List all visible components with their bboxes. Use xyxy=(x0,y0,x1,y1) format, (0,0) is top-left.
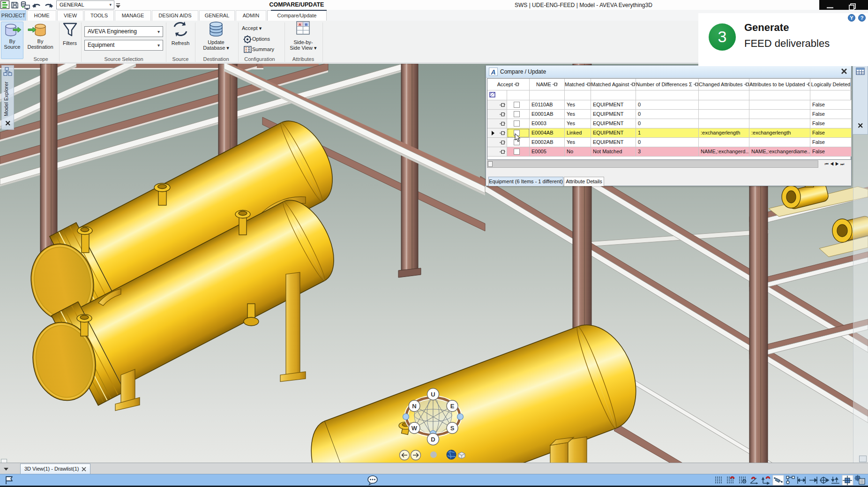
svg-text:S: S xyxy=(450,425,455,432)
svg-text:E: E xyxy=(450,403,455,410)
svg-text:D: D xyxy=(431,436,435,443)
svg-text:A: A xyxy=(299,22,301,27)
svg-text:W: W xyxy=(412,425,418,432)
svg-text:N: N xyxy=(412,403,416,410)
svg-text:U: U xyxy=(431,391,435,398)
svg-text:B: B xyxy=(305,22,308,27)
